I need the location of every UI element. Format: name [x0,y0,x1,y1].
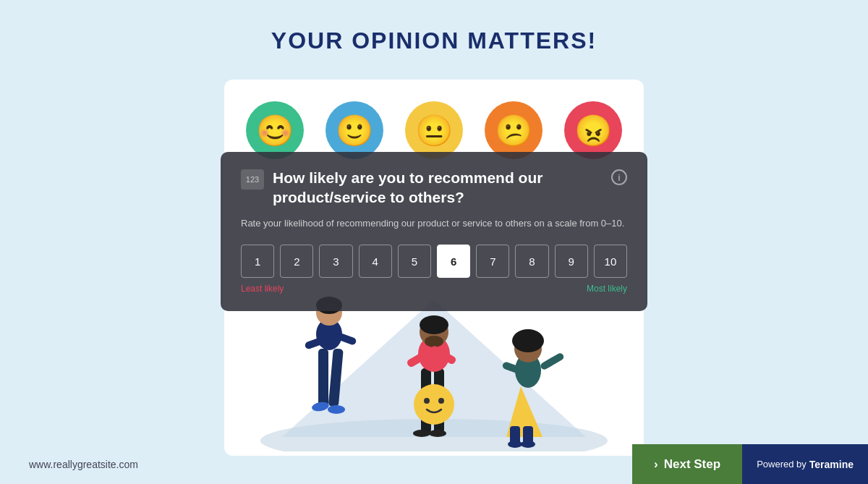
emoji-smile: 🙂 [326,101,383,159]
powered-by-prefix: Powered by [757,459,807,470]
svg-point-16 [425,336,443,347]
rating-btn-1[interactable]: 1 [241,245,274,278]
svg-point-23 [429,430,446,437]
svg-point-15 [420,315,448,334]
question-card: 123 How likely are you to recommend our … [221,152,647,311]
question-type-icon: 123 [241,169,264,190]
next-step-button[interactable]: › Next Step [632,444,742,484]
question-title: How likely are you to recommend our prod… [273,168,603,208]
info-icon[interactable]: i [611,169,627,185]
next-step-arrow: › [654,457,658,472]
powered-by: Powered by Teramine [742,444,868,484]
rating-btn-6[interactable]: 6 [437,245,470,278]
label-most: Most likely [587,284,627,294]
rating-btn-7[interactable]: 7 [476,245,509,278]
svg-rect-27 [540,352,565,370]
svg-point-22 [413,430,430,437]
svg-point-20 [424,398,430,404]
page-title: YOUR OPINION MATTERS! [0,0,868,54]
svg-point-10 [328,405,345,414]
rating-btn-9[interactable]: 9 [555,245,588,278]
rating-labels: Least likely Most likely [241,284,627,294]
rating-btn-10[interactable]: 10 [594,245,627,278]
rating-btn-8[interactable]: 8 [515,245,548,278]
rating-btn-4[interactable]: 4 [359,245,392,278]
bottom-bar: www.reallygreatsite.com › Next Step Powe… [0,444,868,484]
bottom-right: › Next Step Powered by Teramine [632,444,868,484]
rating-row: 1 2 3 4 5 6 7 8 9 10 [241,245,627,278]
question-header: 123 How likely are you to recommend our … [241,168,627,208]
svg-rect-5 [318,349,328,407]
website-url: www.reallygreatsite.com [29,459,138,470]
svg-point-21 [438,398,444,404]
question-subtitle: Rate your likelihood of recommending our… [241,216,627,231]
rating-btn-5[interactable]: 5 [398,245,431,278]
label-least: Least likely [241,284,284,294]
rating-btn-2[interactable]: 2 [280,245,313,278]
rating-btn-3[interactable]: 3 [319,245,352,278]
brand-name: Teramine [809,459,854,470]
emoji-happy: 😊 [246,101,304,159]
emoji-unhappy: 😠 [564,101,622,159]
emoji-neutral: 😐 [405,101,463,159]
emoji-frown: 😕 [485,101,542,159]
next-step-label: Next Step [664,457,720,472]
svg-point-19 [414,384,454,425]
svg-point-26 [512,329,544,352]
